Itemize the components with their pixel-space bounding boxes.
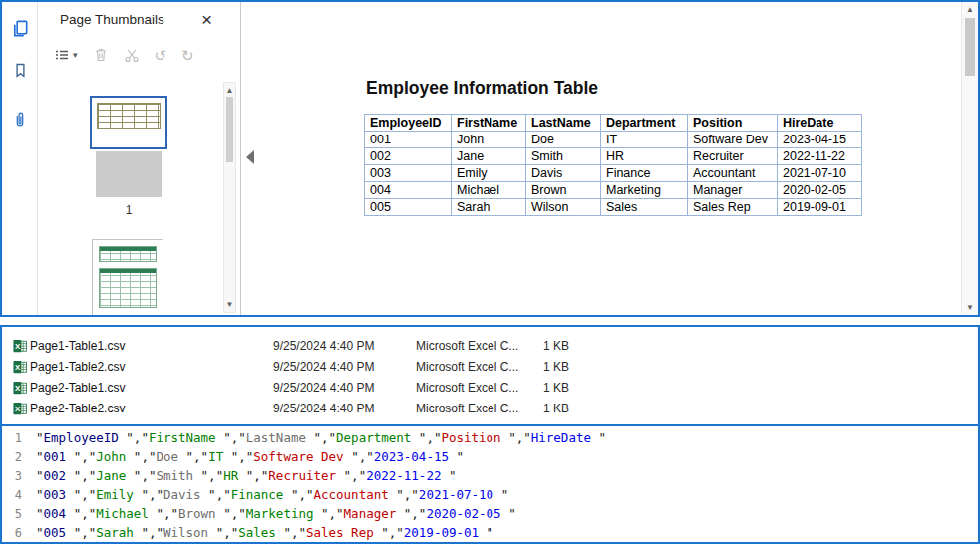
pdf-table-cell: Smith — [526, 148, 601, 165]
pdf-table-header-cell: HireDate — [778, 115, 862, 132]
scrollbar-thumb[interactable] — [226, 97, 233, 162]
pdf-table-cell: Davis — [526, 165, 601, 182]
code-line[interactable]: 5"004 ","Michael ","Brown ","Marketing "… — [6, 504, 978, 523]
page-thumbnails-panel: Page Thumbnails × ▾ — [38, 2, 241, 315]
file-type: Microsoft Excel C... — [416, 360, 543, 374]
file-type: Microsoft Excel C... — [416, 402, 543, 415]
pdf-table-cell: 2019-09-01 — [778, 199, 862, 216]
thumbnail-list: 1 ▲ ▼ — [38, 74, 240, 315]
rotate-left-icon: ↺ — [155, 48, 167, 63]
svg-text:X: X — [15, 362, 21, 371]
pdf-table-cell: 2023-04-15 — [778, 132, 862, 148]
pdf-table-row: 003EmilyDavisFinanceAccountant2021-07-10 — [365, 165, 862, 182]
code-line[interactable]: 6"005 ","Sarah ","Wilson ","Sales ","Sal… — [6, 523, 978, 542]
paperclip-icon — [11, 111, 29, 129]
bookmarks-tab[interactable] — [2, 52, 38, 88]
line-number: 4 — [6, 488, 22, 502]
file-name: Page2-Table1.csv — [30, 381, 273, 395]
pdf-table-cell: Emily — [452, 165, 526, 182]
pdf-table-cell: Sales Rep — [688, 199, 778, 216]
file-type: Microsoft Excel C... — [416, 381, 543, 395]
pdf-table-cell: Michael — [452, 182, 526, 199]
thumbnail-table-preview — [97, 103, 161, 129]
attachments-tab[interactable] — [2, 102, 38, 137]
code-line[interactable]: 1"EmployeeID ","FirstName ","LastName ",… — [6, 428, 978, 447]
close-icon[interactable]: × — [201, 10, 212, 29]
pdf-table-cell: 2021-07-10 — [778, 165, 862, 182]
pdf-table-cell: 001 — [365, 132, 452, 148]
pdf-table-row: 005SarahWilsonSalesSales Rep2019-09-01 — [365, 199, 862, 216]
pdf-table-cell: 003 — [365, 165, 452, 182]
pdf-table-cell: 002 — [365, 148, 452, 165]
output-section: X Page1-Table1.csv9/25/2024 4:40 PMMicro… — [0, 325, 980, 544]
line-number: 3 — [6, 469, 22, 483]
panel-title: Page Thumbnails — [60, 12, 164, 27]
page-1-thumbnail-shadow — [96, 151, 162, 197]
pdf-table-cell: Sales — [601, 199, 688, 216]
pdf-table-header-cell: Department — [601, 115, 688, 132]
scrollbar-thumb[interactable] — [965, 18, 975, 76]
delete-pages-button[interactable] — [93, 47, 109, 63]
line-number: 6 — [6, 526, 22, 540]
code-line[interactable]: 4"003 ","Emily ","Davis ","Finance ","Ac… — [6, 485, 978, 504]
excel-file-icon: X — [2, 402, 30, 415]
pdf-table-cell: Wilson — [526, 199, 601, 216]
pdf-table-cell: Sarah — [452, 199, 526, 216]
file-date-modified: 9/25/2024 4:40 PM — [273, 402, 416, 415]
page-thumbnails-tab[interactable] — [2, 10, 38, 46]
page-2-thumbnail[interactable] — [92, 239, 163, 317]
file-row[interactable]: X Page2-Table1.csv9/25/2024 4:40 PMMicro… — [2, 377, 978, 398]
pdf-table-cell: IT — [601, 132, 688, 148]
navigation-tabs — [2, 2, 38, 315]
pdf-table-header-cell: EmployeeID — [365, 115, 452, 132]
pdf-table-cell: Finance — [601, 165, 688, 182]
pdf-table-cell: HR — [601, 148, 688, 165]
code-line[interactable]: 3"002 ","Jane ","Smith ","HR ","Recruite… — [6, 466, 978, 485]
scissors-icon — [124, 47, 140, 63]
thumbnail-toolbar: ▾ ↺ ↻ — [38, 38, 240, 72]
file-row[interactable]: X Page1-Table1.csv9/25/2024 4:40 PMMicro… — [2, 335, 978, 356]
code-line[interactable]: 2"001 ","John ","Doe ","IT ","Software D… — [6, 447, 978, 466]
file-row[interactable]: X Page1-Table2.csv9/25/2024 4:40 PMMicro… — [2, 356, 978, 377]
scroll-up-icon[interactable]: ▲ — [962, 5, 978, 14]
excel-file-icon: X — [2, 381, 30, 395]
file-date-modified: 9/25/2024 4:40 PM — [273, 381, 416, 395]
line-number: 1 — [6, 431, 22, 445]
scroll-up-icon[interactable]: ▲ — [224, 86, 235, 95]
file-date-modified: 9/25/2024 4:40 PM — [273, 339, 416, 353]
pdf-table-cell: 2022-11-22 — [778, 148, 862, 165]
scroll-down-icon[interactable]: ▼ — [224, 300, 235, 309]
pdf-table-body: 001JohnDoeITSoftware Dev2023-04-15002Jan… — [365, 132, 862, 216]
code-text: "003 ","Emily ","Davis ","Finance ","Acc… — [36, 487, 508, 502]
pdf-table-cell: 2020-02-05 — [778, 182, 862, 199]
thumbnail-options-button[interactable]: ▾ — [54, 47, 78, 63]
pdf-table-header-cell: Position — [688, 115, 778, 132]
main-vertical-scrollbar[interactable]: ▲ ▼ — [961, 2, 978, 315]
pdf-table-cell: Marketing — [601, 182, 688, 199]
rotate-right-button[interactable]: ↻ — [181, 48, 194, 63]
code-text: "002 ","Jane ","Smith ","HR ","Recruiter… — [36, 468, 457, 483]
line-number: 2 — [6, 450, 22, 464]
scroll-down-icon[interactable]: ▼ — [962, 303, 978, 312]
employee-table: EmployeeIDFirstNameLastNameDepartmentPos… — [364, 114, 862, 216]
code-text: "005 ","Sarah ","Wilson ","Sales ","Sale… — [36, 525, 493, 540]
file-size: 1 KB — [543, 381, 633, 395]
pdf-table-row: 002JaneSmithHRRecruiter2022-11-22 — [365, 148, 862, 165]
collapse-panel-button[interactable] — [245, 149, 256, 165]
trash-icon — [93, 47, 109, 63]
thumbnail-scrollbar[interactable]: ▲ ▼ — [223, 82, 236, 313]
extract-pages-button[interactable] — [124, 47, 140, 63]
rotate-left-button[interactable]: ↺ — [155, 48, 167, 63]
file-list: X Page1-Table1.csv9/25/2024 4:40 PMMicro… — [2, 335, 978, 418]
pdf-table-cell: 005 — [365, 199, 452, 216]
pdf-viewer-section: Page Thumbnails × ▾ — [0, 0, 980, 317]
pdf-table-header-row: EmployeeIDFirstNameLastNameDepartmentPos… — [365, 115, 862, 132]
panel-header: Page Thumbnails × — [38, 2, 240, 32]
file-row[interactable]: X Page2-Table2.csv9/25/2024 4:40 PMMicro… — [2, 398, 978, 418]
file-size: 1 KB — [543, 339, 633, 353]
pdf-table-cell: 004 — [365, 182, 452, 199]
thumbnail-table-preview — [99, 246, 157, 262]
options-icon — [54, 47, 70, 63]
pages-icon — [11, 19, 30, 38]
page-1-thumbnail[interactable] — [90, 96, 167, 149]
